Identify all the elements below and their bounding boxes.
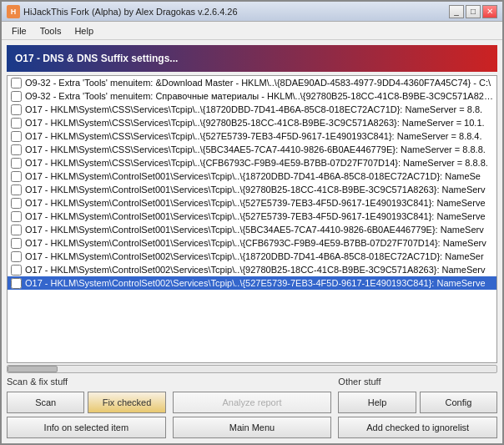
list-item[interactable]: O17 - HKLM\System\ControlSet001\Services… [8, 169, 496, 183]
item-checkbox-10[interactable] [11, 211, 22, 222]
list-item[interactable]: O17 - HKLM\System\ControlSet002\Services… [8, 250, 496, 263]
item-text-10: O17 - HKLM\System\ControlSet001\Services… [25, 211, 486, 221]
item-text-13: O17 - HKLM\System\ControlSet002\Services… [25, 251, 484, 261]
window-controls: _ □ ✕ [449, 5, 497, 18]
title-bar: H HiJackThis Fork (Alpha) by Alex Dragok… [2, 2, 502, 22]
bottom-area: Scan & fix stuff Scan Fix checked Info o… [7, 377, 497, 438]
list-item[interactable]: O17 - HKLM\System\CSS\Services\Tcpip\..\… [8, 103, 496, 116]
item-checkbox-0[interactable] [11, 78, 22, 88]
item-checkbox-14[interactable] [11, 265, 22, 276]
menu-file[interactable]: File [5, 24, 33, 38]
item-checkbox-1[interactable] [11, 91, 22, 102]
item-text-9: O17 - HKLM\System\ControlSet001\Services… [25, 198, 486, 208]
item-text-3: O17 - HKLM\System\CSS\Services\Tcpip\..\… [25, 118, 485, 128]
item-text-5: O17 - HKLM\System\CSS\Services\Tcpip\..\… [25, 144, 486, 154]
analyze-spacer [173, 377, 332, 387]
menu-tools[interactable]: Tools [33, 24, 68, 38]
list-item[interactable]: O9-32 - Extra 'Tools' menuitem: Справочн… [8, 89, 496, 103]
list-item[interactable]: O17 - HKLM\System\CSS\Services\Tcpip\..\… [8, 143, 496, 156]
hscroll-track[interactable] [7, 365, 497, 373]
other-row2: Add checked to ignorelist [338, 417, 497, 438]
list-item[interactable]: O17 - HKLM\System\CSS\Services\Tcpip\..\… [8, 156, 496, 169]
item-text-8: O17 - HKLM\System\ControlSet001\Services… [25, 185, 486, 195]
button-panels: Scan & fix stuff Scan Fix checked Info o… [7, 377, 497, 438]
list-item[interactable]: O17 - HKLM\System\ControlSet001\Services… [8, 236, 496, 250]
list-item[interactable]: O17 - HKLM\System\ControlSet002\Services… [8, 263, 496, 276]
hscroll-thumb[interactable] [8, 366, 58, 372]
item-checkbox-12[interactable] [11, 238, 22, 249]
menu-bar: File Tools Help [2, 22, 502, 40]
config-button[interactable]: Config [420, 392, 497, 413]
list-item[interactable]: O17 - HKLM\System\ControlSet001\Services… [8, 223, 496, 236]
other-panel: Other stuff Help Config Add checked to i… [338, 377, 497, 438]
items-list[interactable]: O9-32 - Extra 'Tools' menuitem: &Downloa… [7, 75, 497, 363]
list-item-selected[interactable]: O17 - HKLM\System\ControlSet002\Services… [8, 276, 496, 290]
item-text-7: O17 - HKLM\System\ControlSet001\Services… [25, 171, 481, 181]
item-checkbox-5[interactable] [11, 144, 22, 155]
maximize-button[interactable]: □ [466, 5, 481, 18]
item-text-15: O17 - HKLM\System\ControlSet002\Services… [25, 278, 486, 288]
header-bar: O17 - DNS & DNS Suffix settings... [7, 45, 497, 72]
horizontal-scrollbar[interactable] [7, 365, 497, 373]
list-item[interactable]: O17 - HKLM\System\CSS\Services\Tcpip\..\… [8, 116, 496, 129]
minimize-button[interactable]: _ [449, 5, 464, 18]
scan-fix-row1: Scan Fix checked [7, 392, 166, 413]
item-checkbox-2[interactable] [11, 104, 22, 115]
scan-fix-row2: Info on selected item [7, 417, 166, 438]
help-button[interactable]: Help [338, 392, 416, 413]
header-title: O17 - DNS & DNS Suffix settings... [15, 53, 178, 64]
list-item[interactable]: O17 - HKLM\System\CSS\Services\Tcpip\..\… [8, 129, 496, 143]
item-checkbox-11[interactable] [11, 225, 22, 235]
app-icon: H [7, 5, 20, 18]
list-item[interactable]: O17 - HKLM\System\ControlSet001\Services… [8, 183, 496, 196]
other-label: Other stuff [338, 377, 497, 387]
list-item[interactable]: O17 - HKLM\System\ControlSet001\Services… [8, 210, 496, 223]
item-text-1: O9-32 - Extra 'Tools' menuitem: Справочн… [25, 91, 493, 101]
analyze-row1: Analyze report [173, 392, 332, 413]
analyze-panel: Analyze report Main Menu [173, 377, 332, 438]
item-checkbox-8[interactable] [11, 185, 22, 195]
scan-fix-label: Scan & fix stuff [7, 377, 166, 387]
other-row1: Help Config [338, 392, 497, 413]
menu-help[interactable]: Help [68, 24, 100, 38]
item-checkbox-15[interactable] [11, 278, 22, 289]
item-checkbox-6[interactable] [11, 158, 22, 169]
window-title: HiJackThis Fork (Alpha) by Alex Dragokas… [23, 7, 449, 17]
item-checkbox-3[interactable] [11, 118, 22, 129]
item-text-14: O17 - HKLM\System\ControlSet002\Services… [25, 265, 486, 275]
list-item[interactable]: O9-32 - Extra 'Tools' menuitem: &Downloa… [8, 76, 496, 89]
info-button[interactable]: Info on selected item [7, 417, 166, 438]
item-checkbox-9[interactable] [11, 198, 22, 209]
item-text-6: O17 - HKLM\System\CSS\Services\Tcpip\..\… [25, 158, 488, 168]
item-text-4: O17 - HKLM\System\CSS\Services\Tcpip\..\… [25, 131, 482, 141]
main-window: H HiJackThis Fork (Alpha) by Alex Dragok… [0, 0, 504, 445]
item-checkbox-4[interactable] [11, 131, 22, 142]
scan-button[interactable]: Scan [7, 392, 84, 413]
main-menu-button[interactable]: Main Menu [173, 417, 332, 438]
item-text-11: O17 - HKLM\System\ControlSet001\Services… [25, 225, 484, 235]
item-text-0: O9-32 - Extra 'Tools' menuitem: &Downloa… [25, 78, 491, 88]
analyze-row2: Main Menu [173, 417, 332, 438]
close-button[interactable]: ✕ [482, 5, 497, 18]
item-checkbox-13[interactable] [11, 251, 22, 262]
fix-checked-button[interactable]: Fix checked [88, 392, 165, 413]
item-text-2: O17 - HKLM\System\CSS\Services\Tcpip\..\… [25, 104, 482, 114]
item-text-12: O17 - HKLM\System\ControlSet001\Services… [25, 238, 486, 248]
add-ignorelist-button[interactable]: Add checked to ignorelist [338, 417, 497, 438]
scan-fix-panel: Scan & fix stuff Scan Fix checked Info o… [7, 377, 166, 438]
analyze-report-button[interactable]: Analyze report [173, 392, 332, 413]
item-checkbox-7[interactable] [11, 171, 22, 182]
list-item[interactable]: O17 - HKLM\System\ControlSet001\Services… [8, 196, 496, 210]
